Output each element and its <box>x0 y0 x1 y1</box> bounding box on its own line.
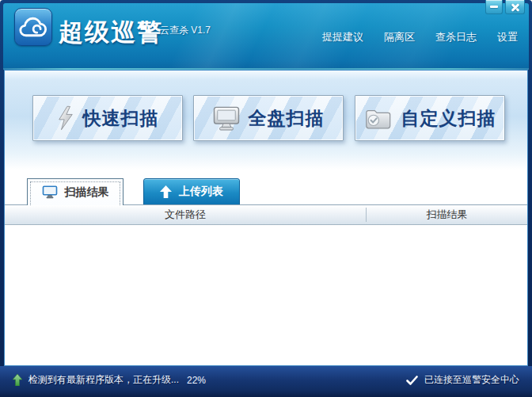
app-logo <box>14 8 52 46</box>
menu-item-feedback[interactable]: 提提建议 <box>322 30 363 44</box>
tab-scan-results-label: 扫描结果 <box>65 185 109 200</box>
header: 超级巡警 云查杀 V1.7 提提建议 隔离区 查杀日志 设置 <box>3 3 529 70</box>
full-scan-button[interactable]: 全盘扫描 <box>193 95 344 141</box>
update-status: 检测到有最新程序版本，正在升级... 22% <box>13 373 206 387</box>
close-button[interactable] <box>505 0 525 14</box>
minimize-button[interactable] <box>485 0 503 14</box>
cloud-icon <box>18 16 48 38</box>
tab-scan-results[interactable]: 扫描结果 <box>27 178 124 205</box>
folder-check-icon <box>364 107 393 130</box>
custom-scan-button[interactable]: 自定义扫描 <box>355 95 505 141</box>
connection-status-text: 已连接至巡警安全中心 <box>424 373 519 387</box>
column-header-file-path[interactable]: 文件路径 <box>5 208 366 222</box>
menu-item-settings[interactable]: 设置 <box>497 30 518 44</box>
status-bar: 检测到有最新程序版本，正在升级... 22% 已连接至巡警安全中心 <box>0 366 532 397</box>
minimize-icon <box>490 6 498 8</box>
update-status-text: 检测到有最新程序版本，正在升级... <box>28 373 179 387</box>
monitor-icon <box>213 106 240 131</box>
connection-status: 已连接至巡警安全中心 <box>406 373 519 387</box>
app-subtitle: 云查杀 V1.7 <box>160 24 211 37</box>
update-arrow-icon <box>13 374 22 386</box>
menu-item-scan-log[interactable]: 查杀日志 <box>435 30 477 44</box>
custom-scan-label: 自定义扫描 <box>401 106 496 131</box>
quick-scan-button[interactable]: 快速扫描 <box>32 95 183 141</box>
column-header-scan-result[interactable]: 扫描结果 <box>367 208 527 222</box>
scan-results-list[interactable] <box>5 226 527 365</box>
lightning-icon <box>57 105 74 131</box>
upload-arrow-icon <box>160 185 172 198</box>
update-progress-percent: 22% <box>187 375 206 386</box>
results-table-header: 文件路径 扫描结果 <box>5 204 527 225</box>
tab-upload-list-label: 上传列表 <box>179 185 223 199</box>
full-scan-label: 全盘扫描 <box>249 106 325 131</box>
menu-item-quarantine[interactable]: 隔离区 <box>384 30 415 44</box>
app-title: 超级巡警 <box>59 16 163 49</box>
app-window: 超级巡警 云查杀 V1.7 提提建议 隔离区 查杀日志 设置 <box>0 0 532 397</box>
monitor-icon <box>42 185 58 199</box>
tab-upload-list[interactable]: 上传列表 <box>143 178 240 205</box>
quick-scan-label: 快速扫描 <box>83 106 159 131</box>
check-icon <box>406 376 418 385</box>
close-icon <box>511 2 520 12</box>
header-menu: 提提建议 隔离区 查杀日志 设置 <box>322 30 518 44</box>
main-panel: 快速扫描 全盘扫描 <box>4 70 528 366</box>
